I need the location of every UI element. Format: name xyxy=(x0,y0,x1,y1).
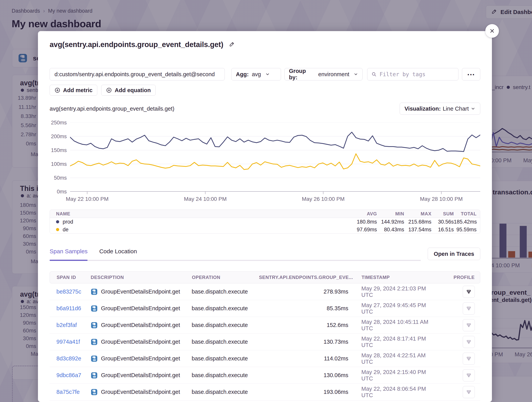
span-description: GroupEventDetailsEndpoint.get xyxy=(101,289,180,295)
span-id-link[interactable]: 8d3c892e xyxy=(57,355,90,362)
series-name: de xyxy=(63,227,69,233)
span-description: GroupEventDetailsEndpoint.get xyxy=(101,339,180,345)
span-sample-row: 9dbc86a7 GroupEventDetailsEndpoint.get b… xyxy=(50,367,480,384)
x-tick-label: May 26 10:00 PM xyxy=(294,196,352,202)
span-samples-table: SPAN ID DESCRIPTION OPERATION SENTRY.API… xyxy=(50,271,480,401)
span-description: GroupEventDetailsEndpoint.get xyxy=(101,355,180,362)
span-duration: 193.06ms xyxy=(259,389,348,395)
x-tick-label: May 22 10:00 PM xyxy=(58,196,116,202)
y-tick-label: 250ms xyxy=(50,120,67,126)
add-equation-button[interactable]: Add equation xyxy=(101,85,155,96)
chevron-down-icon xyxy=(265,72,270,77)
chart-x-axis: May 22 10:00 PM May 24 10:00 PM May 26 1… xyxy=(50,192,480,203)
tag-filter-field xyxy=(367,68,458,80)
y-tick-label: 150ms xyxy=(50,147,67,153)
python-icon xyxy=(90,288,98,296)
summary-body: prod 180.8ms 144.92ms 215.68ms 30.56s 18… xyxy=(50,218,480,234)
open-in-traces-button[interactable]: Open in Traces xyxy=(428,248,480,260)
chart-plot-area[interactable] xyxy=(70,123,480,192)
span-operation: base.dispatch.execute xyxy=(192,289,259,295)
y-tick-label: 200ms xyxy=(50,134,67,140)
x-tick-mark xyxy=(87,192,87,194)
span-operation: base.dispatch.execute xyxy=(192,339,259,345)
edit-title-icon[interactable] xyxy=(229,41,235,48)
span-description: GroupEventDetailsEndpoint.get xyxy=(101,389,180,395)
summary-row[interactable]: prod 180.8ms 144.92ms 215.68ms 30.56s 18… xyxy=(50,218,480,226)
modal-title: avg(sentry.api.endpoints.group_event_det… xyxy=(50,40,223,49)
line-chart[interactable]: 250ms 200ms 150ms 100ms 50ms 0ms xyxy=(50,123,480,192)
tab-bar: Span Samples Code Location xyxy=(50,248,421,261)
series-color-dot xyxy=(56,228,59,231)
span-duration: 130.06ms xyxy=(259,372,348,378)
series-color-dot xyxy=(56,220,59,223)
tab-span-samples[interactable]: Span Samples xyxy=(50,248,88,260)
span-duration: 278.93ms xyxy=(259,289,348,295)
profile-button[interactable] xyxy=(463,336,475,348)
span-duration: 114.02ms xyxy=(259,355,348,362)
search-icon xyxy=(371,72,377,77)
python-icon xyxy=(90,372,98,379)
span-id-link[interactable]: 8a75c7fe xyxy=(57,389,90,395)
summary-row[interactable]: de 97.69ms 80.43ms 137.54ms 16.51s 95.59… xyxy=(50,226,480,234)
profile-button[interactable] xyxy=(463,303,475,315)
python-icon xyxy=(90,388,98,396)
chart-title: avg(sentry.api.endpoints.group_event_det… xyxy=(50,105,174,112)
profile-icon xyxy=(466,289,472,295)
span-description: GroupEventDetailsEndpoint.get xyxy=(101,322,180,328)
group-by-select[interactable]: Group by: environment xyxy=(285,68,362,80)
span-id-link[interactable]: be83275c xyxy=(57,289,90,295)
x-tick-mark xyxy=(323,192,323,194)
close-button[interactable] xyxy=(485,24,499,38)
add-metric-button[interactable]: Add metric xyxy=(50,85,97,96)
span-id-link[interactable]: 9974a41f xyxy=(57,339,90,345)
span-id-link[interactable]: b6a911d6 xyxy=(57,305,90,312)
span-duration: 152.6ms xyxy=(259,322,348,328)
close-icon xyxy=(489,28,495,34)
aggregation-select[interactable]: Agg: avg xyxy=(231,68,281,80)
span-sample-row: b2ef3faf GroupEventDetailsEndpoint.get b… xyxy=(50,317,480,334)
profile-icon xyxy=(466,339,472,345)
span-id-link[interactable]: 9dbc86a7 xyxy=(57,372,90,378)
samples-header-row: SPAN ID DESCRIPTION OPERATION SENTRY.API… xyxy=(50,271,480,284)
python-icon xyxy=(90,322,98,329)
python-icon xyxy=(90,338,98,346)
span-operation: base.dispatch.execute xyxy=(192,322,259,328)
profile-button[interactable] xyxy=(463,369,475,381)
plus-circle-icon xyxy=(106,87,112,93)
y-tick-label: 50ms xyxy=(50,175,67,181)
tab-code-location[interactable]: Code Location xyxy=(99,248,137,260)
x-tick-label: May 28 10:00 PM xyxy=(412,196,470,202)
profile-button[interactable] xyxy=(463,319,475,331)
chevron-down-icon xyxy=(471,106,475,111)
chevron-down-icon xyxy=(354,72,358,77)
span-description: GroupEventDetailsEndpoint.get xyxy=(101,372,180,378)
span-duration: 130.73ms xyxy=(259,339,348,345)
x-tick-mark xyxy=(441,192,442,194)
span-operation: base.dispatch.execute xyxy=(192,355,259,362)
profile-icon xyxy=(466,306,472,311)
x-tick-label: May 24 10:00 PM xyxy=(176,196,234,202)
span-timestamp: May 22, 2024 8:17:41 PM UTC xyxy=(348,335,432,348)
profile-button[interactable] xyxy=(463,286,475,298)
metric-input[interactable] xyxy=(50,68,225,80)
span-timestamp: May 28, 2024 10:45:11 AM UTC xyxy=(348,319,432,332)
x-tick-mark xyxy=(205,192,205,194)
profile-button[interactable] xyxy=(463,386,475,398)
metric-details-modal: avg(sentry.api.endpoints.group_event_det… xyxy=(38,31,492,402)
span-timestamp: May 29, 2024 2:15:40 PM UTC xyxy=(348,369,432,382)
span-duration: 85.35ms xyxy=(259,305,348,312)
summary-header-row: NAME AVG MIN MAX SUM TOTAL xyxy=(50,210,480,218)
span-timestamp: May 27, 2024 9:45:45 PM UTC xyxy=(348,302,432,315)
span-timestamp: May 22, 2024 8:06:54 PM UTC xyxy=(348,386,432,398)
span-timestamp: May 28, 2024 4:22:51 AM UTC xyxy=(348,352,432,365)
span-id-link[interactable]: b2ef3faf xyxy=(57,322,90,328)
tag-filter-input[interactable] xyxy=(380,71,454,78)
profile-icon xyxy=(466,372,472,378)
profile-icon xyxy=(466,322,472,328)
y-tick-label: 100ms xyxy=(50,161,67,167)
profile-button[interactable] xyxy=(463,353,475,365)
more-options-button[interactable]: ... xyxy=(462,68,480,80)
plus-circle-icon xyxy=(55,87,60,93)
visualization-select[interactable]: Visualization: Line Chart xyxy=(400,103,480,115)
samples-body: be83275c GroupEventDetailsEndpoint.get b… xyxy=(50,284,480,401)
